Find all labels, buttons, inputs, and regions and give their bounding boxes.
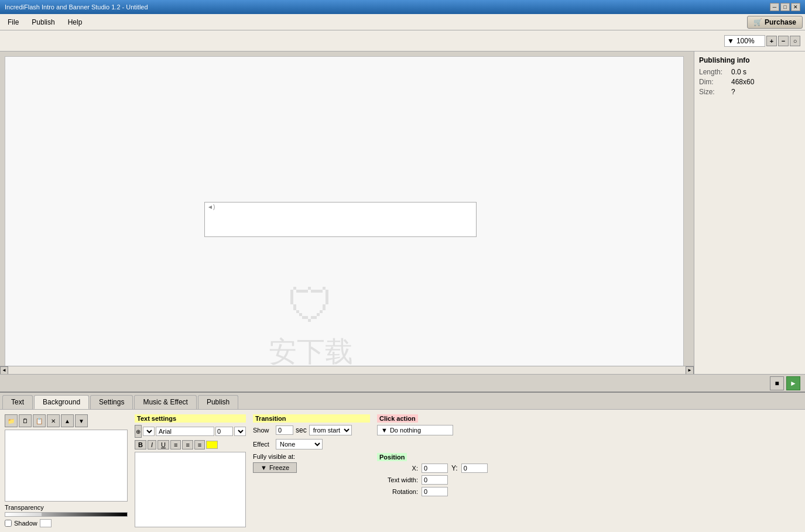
transition-section: Transition Show sec from start Effect No… bbox=[253, 414, 370, 527]
menu-bar: File Publish Help 🛒 Purchase bbox=[0, 14, 805, 30]
tab-bar: Text Background Settings Music & Effect … bbox=[0, 393, 805, 410]
freeze-row: ▼ Freeze bbox=[253, 462, 370, 473]
layer-up-button[interactable]: ▲ bbox=[61, 414, 74, 427]
stop-icon: ■ bbox=[775, 379, 779, 387]
zoom-value: 100% bbox=[737, 37, 755, 45]
canvas-area[interactable]: ◄) 🛡 安下载 anxz.com bbox=[0, 52, 694, 366]
horizontal-scroll-track[interactable] bbox=[8, 366, 686, 374]
scroll-left-button[interactable]: ◄ bbox=[0, 366, 8, 375]
canvas-inner: ◄) 🛡 安下载 anxz.com bbox=[5, 56, 684, 366]
tab-music-effect[interactable]: Music & Effect bbox=[134, 395, 196, 409]
text-settings-title: Text settings bbox=[135, 414, 246, 423]
maximize-button[interactable]: □ bbox=[780, 3, 790, 11]
align-right-button[interactable]: ≡ bbox=[194, 440, 205, 449]
sec-label: sec bbox=[296, 426, 307, 434]
watermark: 🛡 安下载 anxz.com bbox=[269, 279, 353, 366]
stop-button[interactable]: ■ bbox=[770, 376, 784, 390]
position-title: Position bbox=[377, 453, 407, 461]
underline-button[interactable]: U bbox=[157, 440, 169, 449]
dim-row: Dim: 468x60 bbox=[699, 78, 800, 86]
show-input[interactable] bbox=[276, 425, 293, 435]
bottom-panel: Text Background Settings Music & Effect … bbox=[0, 392, 805, 532]
from-start-select[interactable]: from start bbox=[309, 425, 352, 435]
tab-background[interactable]: Background bbox=[34, 395, 89, 409]
title-bar-buttons: ─ □ ✕ bbox=[770, 3, 800, 11]
text-color-box[interactable] bbox=[206, 441, 218, 449]
text-style-button[interactable]: ⊕ bbox=[135, 425, 142, 438]
close-button[interactable]: ✕ bbox=[791, 3, 800, 11]
dim-label: Dim: bbox=[699, 78, 731, 86]
position-section: Position X: Y: Text width: Rotation: bbox=[377, 453, 800, 499]
layer-controls: 📁 🗒 📋 ✕ ▲ ▼ Transparency Shadow bbox=[5, 414, 128, 527]
shadow-row: Shadow bbox=[5, 519, 128, 527]
tab-content: 📁 🗒 📋 ✕ ▲ ▼ Transparency Shadow bbox=[0, 410, 805, 532]
text-width-row: Text width: bbox=[377, 475, 800, 485]
align-center-button[interactable]: ≡ bbox=[182, 440, 193, 449]
font-select[interactable]: ▼ bbox=[143, 427, 155, 436]
effect-label: Effect bbox=[253, 441, 273, 448]
purchase-label: Purchase bbox=[765, 18, 796, 26]
italic-button[interactable]: I bbox=[148, 440, 156, 449]
layer-delete-button[interactable]: ✕ bbox=[47, 414, 60, 427]
x-label: X: bbox=[377, 465, 418, 472]
effect-select[interactable]: None bbox=[276, 439, 323, 449]
zoom-in-button[interactable]: + bbox=[766, 36, 777, 46]
length-value: 0.0 s bbox=[731, 68, 746, 76]
play-icon: ► bbox=[790, 379, 797, 387]
canvas-element[interactable]: ◄) bbox=[204, 202, 477, 237]
click-action-row: ▼ Do nothing bbox=[377, 425, 800, 435]
tab-settings[interactable]: Settings bbox=[90, 395, 133, 409]
transparency-label: Transparency bbox=[5, 504, 128, 511]
menu-file[interactable]: File bbox=[2, 16, 24, 28]
x-input[interactable] bbox=[422, 464, 448, 473]
layer-down-button[interactable]: ▼ bbox=[75, 414, 88, 427]
shadow-label: Shadow bbox=[14, 520, 37, 527]
canvas-area-container: ◄) 🛡 安下载 anxz.com ◄ ► Publ bbox=[0, 52, 805, 374]
click-action-select[interactable]: ▼ Do nothing bbox=[377, 425, 453, 435]
y-label: Y: bbox=[451, 464, 458, 472]
play-button[interactable]: ► bbox=[786, 376, 800, 390]
scroll-right-button[interactable]: ► bbox=[686, 366, 694, 375]
text-editor[interactable] bbox=[135, 452, 246, 527]
tab-text[interactable]: Text bbox=[2, 395, 33, 409]
zoom-out-button[interactable]: − bbox=[778, 36, 789, 46]
text-width-label: Text width: bbox=[377, 476, 418, 483]
dim-value: 468x60 bbox=[731, 78, 754, 86]
rotation-input[interactable] bbox=[422, 487, 448, 496]
purchase-button[interactable]: 🛒 Purchase bbox=[747, 16, 803, 29]
font-size-input[interactable] bbox=[215, 427, 233, 436]
right-sidebar: Publishing info Length: 0.0 s Dim: 468x6… bbox=[694, 52, 805, 374]
publishing-info-title: Publishing info bbox=[699, 56, 800, 64]
shadow-checkbox[interactable] bbox=[5, 520, 12, 527]
toolbar: ▼ 100% + − ○ bbox=[0, 30, 805, 52]
text-width-input[interactable] bbox=[422, 475, 448, 485]
align-left-button[interactable]: ≡ bbox=[170, 440, 181, 449]
layer-copy-button[interactable]: 📋 bbox=[33, 414, 46, 427]
layer-list[interactable] bbox=[5, 430, 128, 502]
length-label: Length: bbox=[699, 68, 731, 76]
freeze-button[interactable]: ▼ Freeze bbox=[253, 462, 297, 473]
transparency-slider[interactable] bbox=[5, 512, 128, 517]
font-name-input[interactable] bbox=[156, 427, 214, 436]
layer-new-button[interactable]: 🗒 bbox=[19, 414, 32, 427]
font-size-select[interactable]: ▼ bbox=[234, 427, 246, 436]
fully-visible-label: Fully visible at: bbox=[253, 453, 370, 460]
size-label: Size: bbox=[699, 88, 731, 96]
y-input[interactable] bbox=[461, 464, 488, 473]
bold-button[interactable]: B bbox=[135, 440, 146, 449]
layer-toolbar: 📁 🗒 📋 ✕ ▲ ▼ bbox=[5, 414, 128, 427]
menu-publish[interactable]: Publish bbox=[26, 16, 60, 28]
layer-open-button[interactable]: 📁 bbox=[5, 414, 18, 427]
rotation-row: Rotation: bbox=[377, 487, 800, 496]
minimize-button[interactable]: ─ bbox=[770, 3, 779, 11]
purchase-icon: 🛒 bbox=[753, 18, 762, 26]
transition-title: Transition bbox=[253, 414, 370, 423]
click-action-section: Click action ▼ Do nothing bbox=[377, 414, 800, 439]
shadow-color-box[interactable] bbox=[40, 519, 52, 527]
zoom-fit-button[interactable]: ○ bbox=[790, 36, 800, 46]
tab-publish[interactable]: Publish bbox=[198, 395, 238, 409]
text-toolbar: ⊕ ▼ ▼ bbox=[135, 425, 246, 438]
menu-help[interactable]: Help bbox=[63, 16, 88, 28]
zoom-dropdown[interactable]: ▼ 100% bbox=[724, 35, 765, 47]
length-row: Length: 0.0 s bbox=[699, 68, 800, 76]
